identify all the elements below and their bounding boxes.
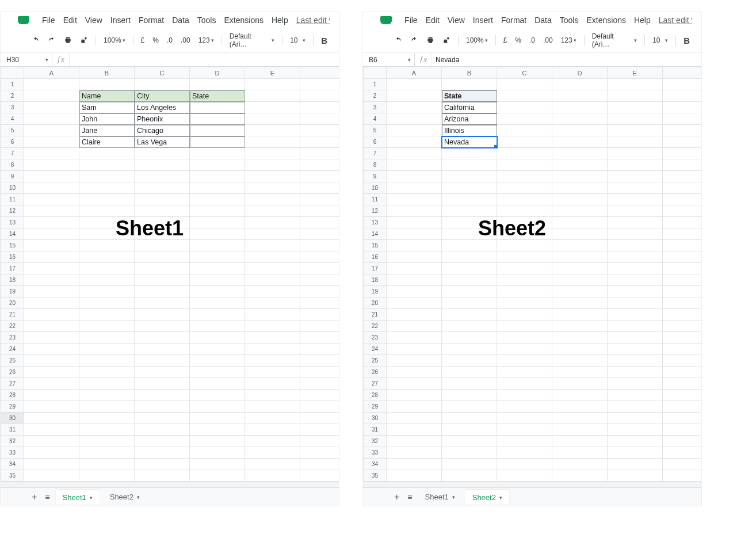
cell-B20[interactable] — [442, 297, 497, 309]
cell-A29[interactable] — [24, 401, 79, 413]
cell-X24[interactable] — [300, 344, 339, 355]
more-formats-button[interactable]: 123▾ — [196, 35, 216, 46]
cell-C9[interactable] — [135, 171, 190, 182]
cell-A10[interactable] — [387, 182, 442, 194]
row-header-13[interactable]: 13 — [1, 217, 24, 228]
sheet-tab-sheet2[interactable]: Sheet2▾ — [465, 490, 509, 504]
cell-A1[interactable] — [24, 79, 79, 90]
row-header-3[interactable]: 3 — [364, 102, 387, 113]
cell-A15[interactable] — [387, 240, 442, 251]
cell-X21[interactable] — [300, 309, 339, 321]
menu-edit[interactable]: Edit — [426, 16, 440, 25]
cell-C5[interactable]: Chicago — [135, 125, 190, 136]
cell-E20[interactable] — [245, 297, 300, 309]
cell-D13[interactable] — [552, 217, 608, 228]
cell-X10[interactable] — [663, 182, 702, 194]
cell-B32[interactable] — [442, 436, 497, 447]
cell-E25[interactable] — [245, 355, 300, 367]
cell-C28[interactable] — [497, 390, 552, 401]
cell-B29[interactable] — [442, 401, 497, 413]
cell-C21[interactable] — [135, 309, 190, 321]
cell-A20[interactable] — [24, 297, 79, 309]
cell-C18[interactable] — [135, 274, 190, 286]
menu-view[interactable]: View — [85, 16, 102, 25]
cell-A4[interactable] — [24, 113, 79, 125]
cell-X17[interactable] — [663, 263, 702, 274]
cell-X22[interactable] — [663, 321, 702, 332]
cell-E13[interactable] — [245, 217, 300, 228]
cell-X12[interactable] — [300, 205, 339, 217]
cell-C12[interactable] — [497, 205, 552, 217]
cell-D20[interactable] — [190, 297, 245, 309]
row-header-5[interactable]: 5 — [364, 125, 387, 136]
cell-D32[interactable] — [552, 436, 608, 447]
cell-C23[interactable] — [135, 332, 190, 344]
cell-E35[interactable] — [608, 470, 663, 482]
cell-C21[interactable] — [497, 309, 552, 321]
cell-X7[interactable] — [663, 148, 702, 159]
row-header-15[interactable]: 15 — [1, 240, 24, 251]
cell-D3[interactable] — [552, 102, 608, 113]
cell-A22[interactable] — [387, 321, 442, 332]
cell-D21[interactable] — [190, 309, 245, 321]
cell-E18[interactable] — [608, 274, 663, 286]
cell-C12[interactable] — [135, 205, 190, 217]
cell-A17[interactable] — [24, 263, 79, 274]
col-header-E[interactable]: E — [608, 67, 663, 79]
cell-B22[interactable] — [79, 321, 135, 332]
row-header-27[interactable]: 27 — [1, 378, 24, 390]
cell-B1[interactable] — [79, 79, 135, 90]
cell-D26[interactable] — [190, 367, 245, 378]
more-formats-button[interactable]: 123▾ — [559, 35, 579, 46]
row-header-12[interactable]: 12 — [364, 205, 387, 217]
cell-D2[interactable] — [552, 90, 608, 102]
cell-D31[interactable] — [552, 424, 608, 436]
col-header-A[interactable]: A — [24, 67, 79, 79]
menu-file[interactable]: File — [404, 16, 418, 25]
cell-E35[interactable] — [245, 470, 300, 482]
name-box[interactable]: B6▾ — [363, 53, 415, 66]
cell-X4[interactable] — [300, 113, 339, 125]
row-header-22[interactable]: 22 — [1, 321, 24, 332]
menu-help[interactable]: Help — [272, 16, 288, 25]
row-header-14[interactable]: 14 — [364, 228, 387, 240]
cell-A12[interactable] — [24, 205, 79, 217]
cell-D33[interactable] — [552, 447, 608, 459]
sheet-tab-sheet1[interactable]: Sheet1▾ — [418, 490, 462, 504]
cell-D14[interactable] — [190, 228, 245, 240]
row-header-31[interactable]: 31 — [364, 424, 387, 436]
cell-E7[interactable] — [245, 148, 300, 159]
cell-A26[interactable] — [387, 367, 442, 378]
cell-E7[interactable] — [608, 148, 663, 159]
cell-A13[interactable] — [387, 217, 442, 228]
cell-B29[interactable] — [79, 401, 135, 413]
cell-A18[interactable] — [387, 274, 442, 286]
row-header-17[interactable]: 17 — [364, 263, 387, 274]
cell-X7[interactable] — [300, 148, 339, 159]
cell-D18[interactable] — [190, 274, 245, 286]
cell-A5[interactable] — [387, 125, 442, 136]
cell-C34[interactable] — [135, 459, 190, 470]
cell-E30[interactable] — [245, 413, 300, 424]
cell-B24[interactable] — [79, 344, 135, 355]
cell-B3[interactable]: California — [442, 102, 497, 113]
cell-B30[interactable] — [442, 413, 497, 424]
row-header-19[interactable]: 19 — [364, 286, 387, 297]
cell-E19[interactable] — [608, 286, 663, 297]
row-header-17[interactable]: 17 — [1, 263, 24, 274]
cell-C25[interactable] — [497, 355, 552, 367]
cell-D5[interactable] — [190, 125, 245, 136]
cell-A13[interactable] — [24, 217, 79, 228]
cell-C13[interactable] — [497, 217, 552, 228]
cell-E21[interactable] — [608, 309, 663, 321]
cell-B19[interactable] — [79, 286, 135, 297]
menu-edit[interactable]: Edit — [63, 16, 77, 25]
cell-D26[interactable] — [552, 367, 608, 378]
col-header-C[interactable]: C — [497, 67, 552, 79]
row-header-30[interactable]: 30 — [1, 413, 24, 424]
cell-D8[interactable] — [190, 159, 245, 171]
menu-file[interactable]: File — [42, 16, 55, 25]
cell-E32[interactable] — [245, 436, 300, 447]
menu-data[interactable]: Data — [534, 16, 552, 25]
cell-E13[interactable] — [608, 217, 663, 228]
